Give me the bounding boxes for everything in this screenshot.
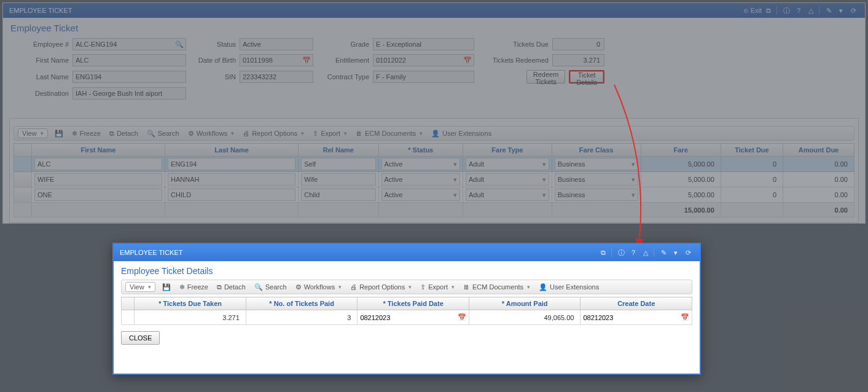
dialog-toolbar: View 💾 ❄ Freeze ⧉ Detach 🔍 Search ⚙ Work…	[121, 280, 692, 294]
toolbar-ecm[interactable]: 🗎 ECM Documents	[461, 283, 532, 291]
toolbar-detach[interactable]: ⧉ Detach	[215, 283, 248, 292]
cell-create-date[interactable]: 08212023 📅	[581, 310, 692, 325]
refresh-icon[interactable]: ⟳	[682, 247, 694, 258]
cell-paid-date[interactable]: 08212023 📅	[358, 310, 469, 325]
toolbar-save-icon[interactable]: 💾	[160, 283, 173, 292]
toolbar-search[interactable]: 🔍 Search	[252, 283, 289, 292]
calendar-icon[interactable]: 📅	[681, 313, 689, 321]
col-no-paid[interactable]: * No. of Tickets Paid	[246, 297, 358, 310]
toolbar-workflows[interactable]: ⚙ Workflows	[294, 283, 344, 292]
col-paid-date[interactable]: * Tickets Paid Date	[358, 297, 469, 310]
edit-icon[interactable]: ✎	[658, 247, 669, 258]
ticket-details-dialog: EMPLOYEE TICKET ⧉ ⓘ ? △ ✎ ▾ ⟳ Employee T…	[112, 243, 701, 375]
details-grid: * Tickets Due Taken * No. of Tickets Pai…	[121, 297, 692, 325]
toolbar-view[interactable]: View	[125, 282, 155, 292]
cell-no-paid[interactable]: 3	[246, 310, 358, 325]
help-icon[interactable]: ?	[628, 247, 639, 258]
close-button[interactable]: CLOSE	[121, 331, 160, 345]
toolbar-export[interactable]: ⇪ Export	[418, 283, 456, 292]
toolbar-user-ext[interactable]: 👤 User Extensions	[537, 283, 601, 292]
toolbar-report[interactable]: 🖨 Report Options	[348, 283, 413, 291]
cell-amount-paid[interactable]: 49,065.00	[469, 310, 581, 325]
copy-icon[interactable]: ⧉	[598, 247, 609, 258]
calendar-icon[interactable]: 📅	[458, 313, 466, 321]
info-icon[interactable]: ⓘ	[616, 247, 627, 258]
alert-icon[interactable]: △	[640, 247, 651, 258]
dialog-window-title: EMPLOYEE TICKET	[120, 249, 183, 256]
col-create-date[interactable]: Create Date	[581, 297, 692, 310]
create-date-value: 08212023	[583, 314, 613, 321]
col-amount-paid[interactable]: * Amount Paid	[469, 297, 581, 310]
details-row[interactable]: 3.271 3 08212023 📅 49,065.00 08212023 📅	[122, 310, 692, 325]
col-tickets-due-taken[interactable]: * Tickets Due Taken	[135, 297, 246, 310]
chevron-down-icon[interactable]: ▾	[670, 247, 681, 258]
dialog-titlebar: EMPLOYEE TICKET ⧉ ⓘ ? △ ✎ ▾ ⟳	[114, 244, 700, 261]
paid-date-value: 08212023	[360, 314, 390, 321]
dialog-panel-title: Employee Ticket Details	[121, 266, 692, 276]
toolbar-freeze[interactable]: ❄ Freeze	[178, 283, 210, 292]
cell-tickets-due-taken[interactable]: 3.271	[135, 310, 246, 325]
